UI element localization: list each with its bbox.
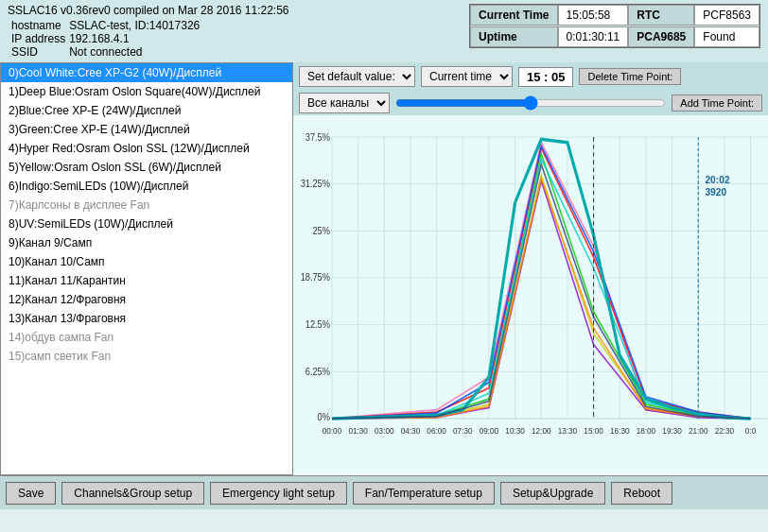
svg-text:09:00: 09:00: [480, 426, 499, 437]
pca-value: Found: [694, 26, 759, 47]
fan-button[interactable]: Fan/Temperature setup: [353, 482, 495, 505]
save-button[interactable]: Save: [6, 482, 56, 505]
second-bar: Все каналы Add Time Point:: [293, 91, 768, 115]
svg-rect-0: [293, 115, 768, 475]
status-panel: Current Time 15:05:58 RTC PCF8563 Uptime…: [469, 4, 760, 48]
slider-container: [395, 95, 666, 111]
chart-area: 37.5% 31.25% 25% 18.75% 12.5% 6.25% 0% 0…: [293, 115, 768, 475]
app-title: SSLAC16 v0.36rev0 compiled on Mar 28 201…: [8, 4, 469, 17]
channel-item-3[interactable]: 3)Green:Cree XP-E (14W)/Дисплей: [1, 120, 292, 139]
svg-text:21:00: 21:00: [689, 426, 708, 437]
reboot-button[interactable]: Reboot: [611, 482, 672, 505]
channels-button[interactable]: Channels&Group setup: [61, 482, 204, 505]
svg-text:0%: 0%: [318, 412, 331, 423]
chart-svg: 37.5% 31.25% 25% 18.75% 12.5% 6.25% 0% 0…: [293, 115, 768, 475]
svg-text:00:00: 00:00: [323, 426, 342, 437]
current-time-value: 15:05:58: [558, 5, 629, 26]
svg-text:07:30: 07:30: [453, 426, 473, 437]
right-panel: Set default value: Current time 15 : 05 …: [293, 62, 768, 475]
bottom-bar: SaveChannels&Group setupEmergency light …: [0, 475, 768, 509]
svg-text:12.5%: 12.5%: [305, 319, 330, 331]
channel-item-6[interactable]: 6)Indigo:SemiLEDs (10W)/Дисплей: [1, 177, 292, 196]
main-area: 0)Cool White:Cree XP-G2 (40W)/Дисплей1)D…: [0, 62, 768, 475]
svg-text:0:0: 0:0: [745, 426, 757, 437]
channel-item-14[interactable]: 14)обдув сампа Fan: [1, 328, 292, 347]
channel-item-4[interactable]: 4)Hyper Red:Osram Oslon SSL (12W)/Диспле…: [1, 139, 292, 158]
uptime-value: 0:01:30:11: [558, 26, 629, 47]
svg-text:6.25%: 6.25%: [305, 366, 330, 377]
svg-text:18:00: 18:00: [637, 426, 656, 437]
channel-item-13[interactable]: 13)Канал 13/Фраговня: [1, 309, 292, 328]
uptime-label: Uptime: [470, 26, 557, 47]
all-channels-select[interactable]: Все каналы: [299, 93, 390, 113]
rtc-label: RTC: [628, 5, 694, 26]
current-time-label: Current Time: [470, 5, 557, 26]
channel-item-9[interactable]: 9)Канал 9/Самп: [1, 233, 292, 252]
app-info: SSLAC16 v0.36rev0 compiled on Mar 28 201…: [8, 4, 469, 59]
add-time-point-button[interactable]: Add Time Point:: [672, 94, 762, 112]
channel-item-1[interactable]: 1)Deep Blue:Osram Oslon Square(40W)/Дисп…: [1, 82, 292, 101]
channel-item-15[interactable]: 15)самп светик Fan: [1, 347, 292, 366]
svg-text:04:30: 04:30: [401, 426, 421, 437]
channel-item-11[interactable]: 11)Канал 11/Карантин: [1, 271, 292, 290]
svg-text:12:00: 12:00: [532, 426, 551, 437]
ssid-value: Not connected: [69, 45, 200, 59]
emergency-button[interactable]: Emergency light setup: [210, 482, 347, 505]
channel-item-12[interactable]: 12)Канал 12/Фраговня: [1, 290, 292, 309]
svg-text:10:30: 10:30: [505, 426, 525, 437]
svg-text:01:30: 01:30: [348, 426, 368, 437]
channel-item-2[interactable]: 2)Blue:Cree XP-E (24W)/Дисплей: [1, 101, 292, 120]
svg-text:31.25%: 31.25%: [301, 179, 330, 190]
svg-text:37.5%: 37.5%: [305, 131, 330, 143]
setup-button[interactable]: Setup&Upgrade: [500, 482, 605, 505]
hostname-label: hostname: [11, 19, 65, 32]
ip-label: IP address: [11, 32, 65, 45]
channel-item-8[interactable]: 8)UV:SemiLEDs (10W)/Дисплей: [1, 215, 292, 233]
svg-text:06:00: 06:00: [427, 426, 446, 437]
channel-item-10[interactable]: 10)Канал 10/Самп: [1, 252, 292, 271]
channel-item-7[interactable]: 7)Карлсоны в дисплее Fan: [1, 196, 292, 215]
svg-text:20:02: 20:02: [705, 173, 729, 185]
delete-time-point-button[interactable]: Delete Time Point:: [579, 68, 681, 85]
set-default-select[interactable]: Set default value:: [299, 66, 415, 87]
ip-value: 192.168.4.1: [69, 32, 200, 45]
svg-text:3920: 3920: [705, 186, 726, 198]
hostname-value: SSLAC-test, ID:14017326: [69, 19, 200, 32]
svg-text:25%: 25%: [312, 225, 330, 236]
svg-text:16:30: 16:30: [610, 426, 630, 437]
pca-label: PCA9685: [628, 26, 694, 47]
svg-text:03:00: 03:00: [375, 426, 394, 437]
channel-dropdown[interactable]: 0)Cool White:Cree XP-G2 (40W)/Дисплей1)D…: [0, 62, 293, 475]
channel-item-0[interactable]: 0)Cool White:Cree XP-G2 (40W)/Дисплей: [1, 63, 292, 82]
top-bar: SSLAC16 v0.36rev0 compiled on Mar 28 201…: [0, 0, 768, 62]
svg-text:18.75%: 18.75%: [301, 272, 330, 283]
svg-text:13:30: 13:30: [558, 426, 578, 437]
current-time-select[interactable]: Current time: [421, 66, 513, 87]
svg-text:22:30: 22:30: [715, 426, 735, 437]
time-display: 15 : 05: [518, 67, 573, 87]
controls-bar: Set default value: Current time 15 : 05 …: [293, 62, 768, 91]
channel-item-5[interactable]: 5)Yellow:Osram Oslon SSL (6W)/Дисплей: [1, 158, 292, 177]
value-slider[interactable]: [395, 95, 666, 111]
svg-text:15:00: 15:00: [584, 426, 603, 437]
ssid-label: SSID: [11, 45, 65, 59]
svg-text:19:30: 19:30: [662, 426, 682, 437]
rtc-value: PCF8563: [694, 5, 759, 26]
